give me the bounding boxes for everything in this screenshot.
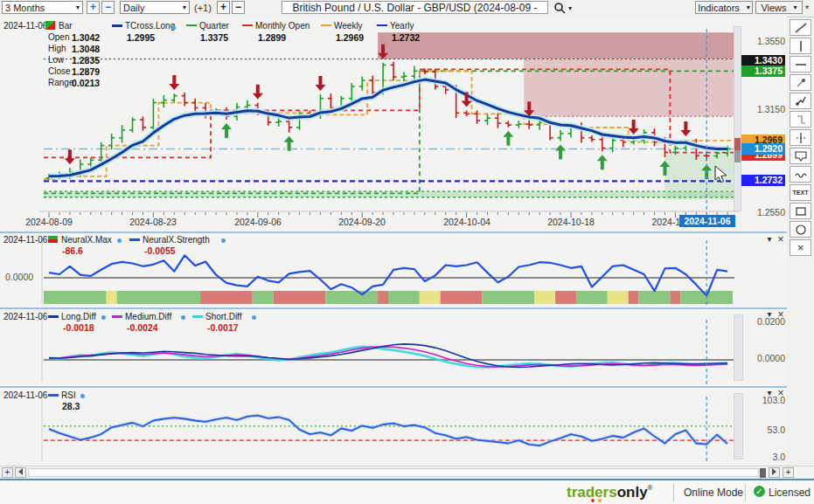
yearly-swatch[interactable] bbox=[377, 24, 387, 26]
x-axis-label: 2024-08-09 bbox=[18, 217, 80, 227]
bars-minus-button[interactable]: − bbox=[232, 1, 245, 14]
diff-vertical-scrollbar[interactable] bbox=[734, 314, 743, 381]
diff-panel bbox=[0, 307, 787, 386]
bars-plus-button[interactable]: + bbox=[217, 1, 230, 14]
neuralx-chart-canvas[interactable] bbox=[0, 233, 787, 307]
price-chart-canvas[interactable] bbox=[0, 17, 787, 231]
legend-bar-label[interactable]: Bar bbox=[59, 21, 73, 31]
logo-dot-orange bbox=[598, 499, 602, 502]
medium-diff-swatch[interactable] bbox=[112, 315, 122, 318]
tool-marker[interactable] bbox=[790, 93, 811, 109]
info-dot-icon[interactable] bbox=[117, 238, 122, 243]
range-select[interactable]: 3 Months ▾ bbox=[2, 1, 83, 14]
panel-close-icon[interactable]: × bbox=[776, 308, 786, 321]
ohlc-close-value: 1.2879 bbox=[72, 66, 100, 77]
legend-yearly-label[interactable]: Yearly bbox=[390, 21, 414, 31]
short-diff-label[interactable]: Short.Diff bbox=[205, 312, 242, 321]
search-chevron-icon[interactable]: ▾ bbox=[568, 4, 572, 12]
tool-ellipse[interactable] bbox=[790, 221, 811, 238]
ohlc-low-value: 1.2835 bbox=[72, 55, 100, 66]
panel-close-icon[interactable]: × bbox=[776, 233, 786, 245]
panel-collapse-icon[interactable]: ▾ bbox=[764, 309, 775, 319]
tool-callout[interactable] bbox=[790, 148, 811, 164]
diff-chart-canvas[interactable] bbox=[0, 309, 787, 386]
x-axis-label: 2024-10-04 bbox=[436, 217, 497, 227]
rsi-label[interactable]: RSI bbox=[61, 390, 76, 400]
scroll-thumb[interactable] bbox=[760, 468, 766, 478]
monthly-open-swatch[interactable] bbox=[242, 24, 253, 26]
info-dot-icon[interactable] bbox=[181, 315, 185, 320]
price-axis-tick: 1.3150 bbox=[743, 104, 785, 114]
legend-quarter-label[interactable]: Quarter bbox=[199, 21, 229, 31]
chevron-down-icon: ▾ bbox=[76, 3, 80, 11]
tcross-swatch[interactable] bbox=[112, 24, 122, 27]
rsi-chart-canvas[interactable] bbox=[0, 388, 787, 466]
neuralx-max-label[interactable]: NeuralX.Max bbox=[61, 235, 112, 245]
legend-weekly-label[interactable]: Weekly bbox=[334, 21, 363, 31]
star-button[interactable]: * bbox=[805, 3, 809, 14]
scroll-zoom-in-button-right[interactable]: + bbox=[783, 467, 794, 478]
views-button[interactable]: Views ▾ bbox=[755, 1, 803, 14]
panel-close-icon[interactable]: × bbox=[776, 387, 786, 399]
indicators-button[interactable]: Indicators ▾ bbox=[695, 1, 753, 14]
price-vertical-scrollbar[interactable] bbox=[734, 26, 741, 211]
short-diff-swatch[interactable] bbox=[192, 315, 203, 318]
interval-select[interactable]: Daily ▾ bbox=[120, 1, 190, 14]
chevron-down-icon: ▾ bbox=[747, 3, 750, 11]
price-scroll-thumb-red[interactable] bbox=[734, 138, 741, 150]
scroll-track[interactable] bbox=[28, 468, 759, 477]
info-dot-icon[interactable] bbox=[80, 394, 85, 398]
legend-monthly-label[interactable]: Monthly Open bbox=[255, 21, 310, 31]
ohlc-open-value: 1.3042 bbox=[72, 32, 100, 43]
legend-tcross-label[interactable]: TCross.Long bbox=[125, 21, 175, 31]
long-diff-label[interactable]: Long.Diff bbox=[61, 312, 96, 321]
tool-wave[interactable] bbox=[790, 166, 811, 183]
tool-vertical-line[interactable] bbox=[790, 38, 811, 54]
tool-text[interactable]: TEXT bbox=[790, 184, 811, 201]
panel-collapse-icon[interactable]: ▾ bbox=[764, 388, 775, 397]
interval-select-value: Daily bbox=[123, 3, 144, 13]
tool-rectangle[interactable] bbox=[790, 203, 811, 219]
neuralx-max-swatch[interactable] bbox=[48, 236, 58, 243]
symbol-title[interactable]: British Pound / U.S. Dollar - GBP/USD (2… bbox=[282, 1, 548, 14]
top-toolbar: 3 Months ▾ + − Daily ▾ (+1) + − British … bbox=[0, 0, 814, 17]
x-axis-label: 2024-08-23 bbox=[122, 217, 184, 227]
hover-date: 2024-11-06 bbox=[3, 21, 47, 31]
price-axis-tick: 1.3550 bbox=[743, 36, 785, 46]
tool-polyline[interactable] bbox=[790, 111, 811, 128]
long-diff-swatch[interactable] bbox=[48, 315, 59, 318]
neuralx-strength-value: -0.0055 bbox=[144, 245, 176, 256]
horizontal-scrollbar[interactable]: + + bbox=[0, 466, 814, 480]
long-diff-value: -0.0018 bbox=[63, 322, 94, 333]
scroll-right-button[interactable] bbox=[769, 467, 780, 478]
info-dot-icon[interactable] bbox=[171, 25, 176, 30]
legend-yearly-value: 1.2732 bbox=[392, 32, 420, 43]
range-zoom-in-button[interactable]: + bbox=[87, 1, 100, 14]
price-scroll-thumb[interactable] bbox=[734, 150, 741, 162]
scroll-left-button[interactable] bbox=[15, 467, 26, 478]
info-dot-icon[interactable] bbox=[221, 238, 226, 243]
scroll-zoom-in-button[interactable]: + bbox=[2, 467, 13, 478]
ohlc-open-label: Open bbox=[48, 32, 69, 42]
online-mode-status: Online Mode bbox=[684, 487, 743, 499]
tool-diagonal-line[interactable] bbox=[790, 19, 811, 36]
x-axis-label: 2024-10-18 bbox=[540, 217, 602, 227]
range-zoom-out-button[interactable]: − bbox=[101, 1, 115, 14]
tool-ray[interactable] bbox=[790, 74, 811, 91]
neuralx-strength-swatch[interactable] bbox=[129, 238, 140, 241]
tool-close[interactable]: × bbox=[790, 239, 811, 256]
tool-horizontal-line[interactable] bbox=[790, 56, 811, 72]
rsi-swatch[interactable] bbox=[48, 394, 59, 397]
search-icon[interactable] bbox=[553, 2, 566, 14]
tool-crosshair[interactable] bbox=[790, 129, 811, 146]
info-dot-icon[interactable] bbox=[252, 315, 256, 320]
neuralx-strength-label[interactable]: NeuralX.Strength bbox=[143, 235, 210, 245]
panel-collapse-icon[interactable]: ▾ bbox=[764, 234, 775, 244]
medium-diff-label[interactable]: Medium.Diff bbox=[125, 312, 171, 321]
info-dot-icon[interactable] bbox=[101, 315, 106, 320]
quarter-swatch[interactable] bbox=[186, 24, 197, 26]
bar-series-swatch[interactable] bbox=[45, 21, 55, 30]
rsi-vertical-scrollbar[interactable] bbox=[734, 393, 743, 459]
weekly-swatch[interactable] bbox=[321, 24, 331, 26]
price-badge-yearly: 1.2732 bbox=[740, 175, 785, 186]
